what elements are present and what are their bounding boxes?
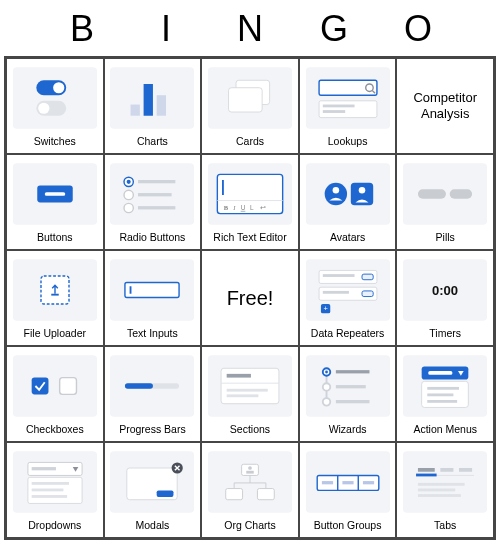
bingo-cell[interactable]: Action Menus	[396, 346, 494, 442]
bingo-cell[interactable]: Dropdowns	[6, 442, 104, 538]
cell-label: Modals	[105, 520, 201, 537]
header-letter: I	[124, 8, 208, 50]
buttongroups-icon	[300, 443, 396, 520]
bingo-cell[interactable]: Competitor Analysis	[396, 58, 494, 154]
pills-icon	[397, 155, 493, 232]
free-space: Free!	[202, 251, 298, 345]
bingo-card: B I N G O SwitchesChartsCardsLookupsComp…	[0, 0, 500, 540]
wizards-icon	[300, 347, 396, 424]
cell-label: Cards	[202, 136, 298, 153]
bingo-cell[interactable]: Radio Buttons	[104, 154, 202, 250]
actionmenus-icon	[397, 347, 493, 424]
bingo-cell[interactable]: Pills	[396, 154, 494, 250]
checkboxes-icon	[7, 347, 103, 424]
cell-label: Avatars	[300, 232, 396, 249]
bingo-cell[interactable]: Tabs	[396, 442, 494, 538]
header-letter: G	[292, 8, 376, 50]
cell-label: Rich Text Editor	[202, 232, 298, 249]
cell-label: Org Charts	[202, 520, 298, 537]
tabs-icon	[397, 443, 493, 520]
dropdowns-icon	[7, 443, 103, 520]
bingo-cell[interactable]: Avatars	[299, 154, 397, 250]
modals-icon	[105, 443, 201, 520]
bingo-cell[interactable]: Org Charts	[201, 442, 299, 538]
orgcharts-icon	[202, 443, 298, 520]
bingo-cell[interactable]: Switches	[6, 58, 104, 154]
rte-icon	[202, 155, 298, 232]
bingo-cell[interactable]: Buttons	[6, 154, 104, 250]
cell-label: Wizards	[300, 424, 396, 441]
cell-label: Progress Bars	[105, 424, 201, 441]
avatars-icon	[300, 155, 396, 232]
cell-label: Charts	[105, 136, 201, 153]
buttons-icon	[7, 155, 103, 232]
cell-label: File Uploader	[7, 328, 103, 345]
cell-label: Sections	[202, 424, 298, 441]
cell-label: Text Inputs	[105, 328, 201, 345]
charts-icon	[105, 59, 201, 136]
sections-icon	[202, 347, 298, 424]
progress-icon	[105, 347, 201, 424]
bingo-cell[interactable]: Button Groups	[299, 442, 397, 538]
bingo-grid: SwitchesChartsCardsLookupsCompetitor Ana…	[4, 56, 496, 540]
cell-label: Timers	[397, 328, 493, 345]
cards-icon	[202, 59, 298, 136]
bingo-cell[interactable]: Checkboxes	[6, 346, 104, 442]
bingo-cell[interactable]: Text Inputs	[104, 250, 202, 346]
cell-label: Radio Buttons	[105, 232, 201, 249]
bingo-cell[interactable]: Data Repeaters	[299, 250, 397, 346]
cell-label: Dropdowns	[7, 520, 103, 537]
cell-label: Action Menus	[397, 424, 493, 441]
timers-icon	[397, 251, 493, 328]
switches-icon	[7, 59, 103, 136]
bingo-cell[interactable]: File Uploader	[6, 250, 104, 346]
bingo-cell[interactable]: Progress Bars	[104, 346, 202, 442]
cell-label: Lookups	[300, 136, 396, 153]
cell-label: Pills	[397, 232, 493, 249]
repeaters-icon	[300, 251, 396, 328]
bingo-cell[interactable]: Modals	[104, 442, 202, 538]
cell-label: Buttons	[7, 232, 103, 249]
bingo-cell[interactable]: Sections	[201, 346, 299, 442]
bingo-cell[interactable]: Timers	[396, 250, 494, 346]
bingo-cell[interactable]: Cards	[201, 58, 299, 154]
bingo-cell[interactable]: Free!	[201, 250, 299, 346]
cell-label: Data Repeaters	[300, 328, 396, 345]
bingo-cell[interactable]: Wizards	[299, 346, 397, 442]
bingo-cell[interactable]: Rich Text Editor	[201, 154, 299, 250]
lookups-icon	[300, 59, 396, 136]
cell-label: Tabs	[397, 520, 493, 537]
radio-icon	[105, 155, 201, 232]
bingo-header: B I N G O	[0, 0, 500, 56]
cell-label: Button Groups	[300, 520, 396, 537]
header-letter: O	[376, 8, 460, 50]
header-letter: N	[208, 8, 292, 50]
bingo-cell[interactable]: Lookups	[299, 58, 397, 154]
cell-text: Competitor Analysis	[397, 59, 493, 153]
cell-label: Switches	[7, 136, 103, 153]
header-letter: B	[40, 8, 124, 50]
bingo-cell[interactable]: Charts	[104, 58, 202, 154]
uploader-icon	[7, 251, 103, 328]
textinput-icon	[105, 251, 201, 328]
cell-label: Checkboxes	[7, 424, 103, 441]
